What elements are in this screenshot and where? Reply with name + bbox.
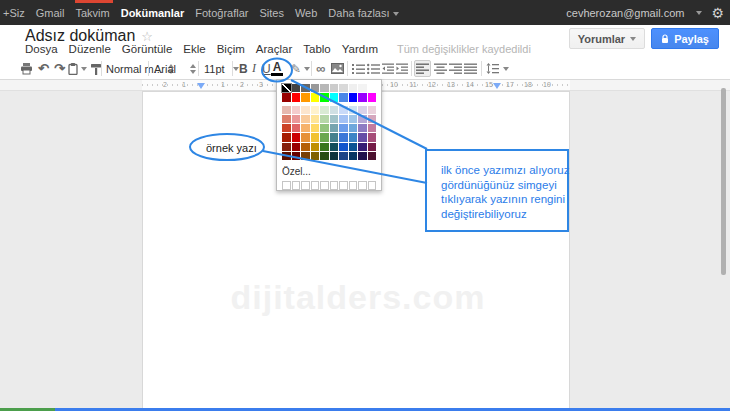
insert-link-button[interactable]: ∞ (316, 60, 325, 77)
color-swatch[interactable] (320, 115, 329, 123)
left-indent-marker[interactable] (197, 83, 205, 89)
color-swatch[interactable] (320, 106, 329, 114)
color-swatch[interactable] (368, 143, 377, 151)
color-swatch[interactable] (301, 124, 310, 132)
color-swatch[interactable] (320, 143, 329, 151)
bulleted-list-button[interactable] (367, 60, 380, 77)
color-swatch[interactable] (349, 93, 358, 101)
bold-button[interactable]: B (239, 60, 248, 77)
color-swatch[interactable] (311, 93, 320, 101)
font-dropdown[interactable]: Arial (154, 60, 196, 77)
color-swatch[interactable] (311, 106, 320, 114)
custom-color-slot[interactable] (292, 181, 301, 190)
color-swatch[interactable] (339, 115, 348, 123)
color-swatch[interactable] (339, 106, 348, 114)
color-swatch[interactable] (292, 115, 301, 123)
insert-image-button[interactable] (331, 60, 344, 77)
color-swatch[interactable] (368, 115, 377, 123)
custom-color-slot[interactable] (358, 181, 367, 190)
color-swatch[interactable] (301, 93, 310, 101)
color-swatch[interactable] (301, 84, 310, 92)
color-swatch[interactable] (349, 143, 358, 151)
color-swatch[interactable] (320, 124, 329, 132)
nav-gmail[interactable]: Gmail (36, 7, 65, 19)
color-swatch[interactable] (339, 124, 348, 132)
color-swatch[interactable] (358, 115, 367, 123)
color-swatch[interactable] (358, 143, 367, 151)
align-left-button[interactable] (414, 60, 431, 77)
color-swatch[interactable] (320, 84, 329, 92)
nav-calendar[interactable]: Takvim (75, 7, 109, 19)
menu-view[interactable]: Görüntüle (122, 43, 173, 55)
color-swatch[interactable] (320, 93, 329, 101)
comments-button[interactable]: Yorumlar (569, 28, 645, 49)
color-swatch[interactable] (292, 106, 301, 114)
color-swatch[interactable] (368, 133, 377, 141)
nav-documents[interactable]: Dokümanlar (121, 7, 185, 19)
print-button[interactable] (20, 60, 33, 77)
color-swatch[interactable] (282, 115, 291, 123)
color-swatch[interactable] (368, 152, 377, 160)
color-swatch[interactable] (358, 124, 367, 132)
color-swatch[interactable] (292, 124, 301, 132)
color-swatch[interactable] (368, 124, 377, 132)
font-size-dropdown[interactable]: 11pt (204, 60, 239, 77)
color-swatch[interactable] (330, 143, 339, 151)
share-button[interactable]: Paylaş (651, 28, 719, 49)
custom-color-slot[interactable] (301, 181, 310, 190)
color-swatch[interactable] (358, 152, 367, 160)
color-swatch[interactable] (282, 106, 291, 114)
custom-color-link[interactable]: Özel... (282, 166, 376, 177)
color-swatch[interactable] (301, 133, 310, 141)
menu-format[interactable]: Biçim (217, 43, 245, 55)
color-swatch[interactable] (301, 115, 310, 123)
color-swatch[interactable] (301, 152, 310, 160)
menu-table[interactable]: Tablo (303, 43, 331, 55)
color-swatch[interactable] (349, 152, 358, 160)
color-swatch[interactable] (330, 115, 339, 123)
custom-color-slot[interactable] (282, 181, 291, 190)
nav-more[interactable]: Daha fazlası (328, 7, 398, 19)
color-swatch[interactable] (358, 84, 367, 92)
color-swatch[interactable] (339, 152, 348, 160)
color-swatch[interactable] (301, 106, 310, 114)
color-swatch[interactable] (330, 152, 339, 160)
custom-color-slot[interactable] (311, 181, 320, 190)
color-swatch[interactable] (339, 93, 348, 101)
custom-color-slot[interactable] (349, 181, 358, 190)
color-swatch[interactable] (358, 93, 367, 101)
custom-color-slot[interactable] (320, 181, 329, 190)
account-email[interactable]: cevherozan@gmail.com (566, 7, 684, 19)
vertical-scrollbar-thumb[interactable] (721, 88, 726, 275)
color-swatch[interactable] (368, 93, 377, 101)
color-swatch[interactable] (349, 84, 358, 92)
justify-button[interactable] (464, 60, 477, 77)
custom-color-slot[interactable] (339, 181, 348, 190)
color-swatch[interactable] (349, 106, 358, 114)
gear-icon[interactable]: ⚙ (711, 6, 724, 20)
increase-indent-button[interactable] (396, 60, 408, 77)
menu-tools[interactable]: Araçlar (256, 43, 292, 55)
color-swatch[interactable] (292, 152, 301, 160)
text-color-button[interactable]: A (268, 60, 286, 77)
color-swatch[interactable] (311, 152, 320, 160)
color-swatch[interactable] (282, 84, 291, 92)
color-swatch[interactable] (320, 133, 329, 141)
color-swatch[interactable] (339, 133, 348, 141)
color-swatch[interactable] (292, 93, 301, 101)
color-swatch[interactable] (358, 133, 367, 141)
color-swatch[interactable] (311, 143, 320, 151)
color-swatch[interactable] (282, 152, 291, 160)
align-center-button[interactable] (434, 60, 447, 77)
clipboard-dropdown[interactable] (81, 60, 87, 77)
highlight-color-button[interactable]: ✎ (291, 60, 301, 77)
color-swatch[interactable] (292, 133, 301, 141)
highlight-dropdown[interactable] (304, 60, 310, 77)
color-swatch[interactable] (282, 124, 291, 132)
custom-color-slot[interactable] (330, 181, 339, 190)
account-chevron-down-icon[interactable] (696, 11, 702, 15)
custom-color-slot[interactable] (368, 181, 377, 190)
color-swatch[interactable] (311, 115, 320, 123)
color-swatch[interactable] (349, 124, 358, 132)
star-icon[interactable]: ☆ (141, 29, 153, 44)
